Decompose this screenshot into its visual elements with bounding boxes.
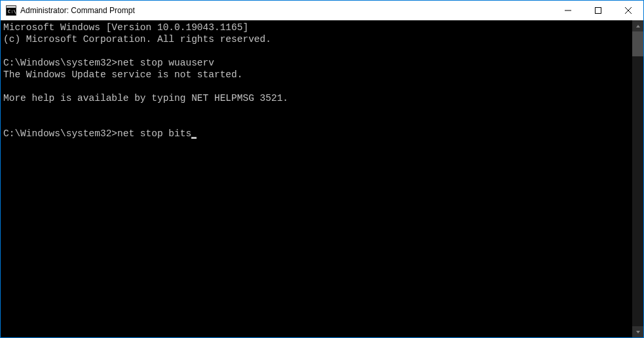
svg-rect-4: [596, 8, 601, 14]
minimize-button[interactable]: [553, 1, 583, 20]
close-button[interactable]: [613, 1, 643, 20]
window-controls: [553, 1, 643, 20]
prompt-1: C:\Windows\system32>: [3, 58, 117, 68]
command-1: net stop wuauserv: [117, 58, 214, 68]
scroll-up-button[interactable]: [632, 20, 643, 31]
blank-line: [3, 116, 630, 128]
version-line: Microsoft Windows [Version 10.0.19043.11…: [3, 22, 630, 33]
command-line-1: C:\Windows\system32>net stop wuauserv: [3, 57, 630, 69]
svg-text:C:\: C:\: [8, 9, 16, 14]
maximize-button[interactable]: [583, 1, 613, 20]
svg-marker-7: [636, 25, 640, 28]
titlebar[interactable]: C:\ Administrator: Command Prompt: [1, 1, 643, 20]
copyright-line: (c) Microsoft Corporation. All rights re…: [3, 33, 630, 45]
command-2: net stop bits: [117, 128, 191, 139]
svg-marker-8: [636, 331, 640, 333]
vertical-scrollbar[interactable]: [632, 20, 643, 337]
scroll-down-button[interactable]: [632, 326, 643, 337]
console-output[interactable]: Microsoft Windows [Version 10.0.19043.11…: [1, 20, 632, 337]
cmd-icon: C:\: [6, 5, 16, 16]
response-1: The Windows Update service is not starte…: [3, 69, 630, 81]
blank-line: [3, 104, 630, 116]
command-line-2: C:\Windows\system32>net stop bits: [3, 128, 630, 140]
window-title: Administrator: Command Prompt: [20, 6, 553, 15]
command-prompt-window: C:\ Administrator: Command Prompt Micros…: [0, 0, 644, 338]
response-2: More help is available by typing NET HEL…: [3, 92, 630, 104]
svg-rect-1: [7, 6, 16, 8]
text-cursor: [191, 137, 197, 139]
blank-line: [3, 45, 630, 57]
console-area: Microsoft Windows [Version 10.0.19043.11…: [1, 20, 643, 337]
prompt-2: C:\Windows\system32>: [3, 128, 117, 139]
scroll-thumb[interactable]: [632, 31, 643, 56]
blank-line: [3, 81, 630, 92]
